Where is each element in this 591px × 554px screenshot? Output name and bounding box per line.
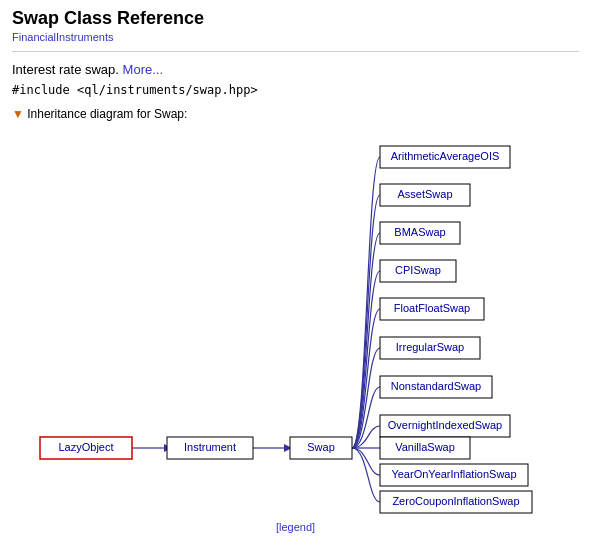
- node-nonstandardswap-label[interactable]: NonstandardSwap: [391, 380, 482, 392]
- inheritance-label-text: Inheritance diagram for Swap:: [27, 107, 187, 121]
- node-instrument-label[interactable]: Instrument: [184, 441, 236, 453]
- diagram-container: LazyObject Instrument Swap ArithmeticAve…: [12, 127, 579, 517]
- breadcrumb-link[interactable]: FinancialInstruments: [12, 31, 114, 43]
- description: Interest rate swap. More...: [12, 62, 579, 77]
- node-vanillaswap-label[interactable]: VanillaSwap: [395, 441, 455, 453]
- node-lazyobject-label[interactable]: LazyObject: [58, 441, 113, 453]
- node-bmaswap-label[interactable]: BMASwap: [394, 226, 445, 238]
- node-yearonyearinflationswap-label[interactable]: YearOnYearInflationSwap: [391, 468, 516, 480]
- node-irregularswap-label[interactable]: IrregularSwap: [396, 341, 464, 353]
- page-title: Swap Class Reference: [12, 8, 579, 29]
- collapse-arrow[interactable]: ▼: [12, 107, 24, 121]
- node-zerocouponinflationswap-label[interactable]: ZeroCouponInflationSwap: [392, 495, 519, 507]
- legend: [legend]: [12, 521, 579, 533]
- node-cpiswap-label[interactable]: CPISwap: [395, 264, 441, 276]
- node-arithmeticaverageois-label[interactable]: ArithmeticAverageOIS: [391, 150, 500, 162]
- legend-link[interactable]: [legend]: [276, 521, 315, 533]
- page-container: Swap Class Reference FinancialInstrument…: [0, 0, 591, 541]
- node-floatfloatswap-label[interactable]: FloatFloatSwap: [394, 302, 470, 314]
- inheritance-diagram: LazyObject Instrument Swap ArithmeticAve…: [12, 127, 579, 517]
- node-swap-label[interactable]: Swap: [307, 441, 335, 453]
- include-line: #include <ql/instruments/swap.hpp>: [12, 83, 579, 97]
- more-link[interactable]: More...: [123, 62, 163, 77]
- arrow-swap-zerocouponinflationswap: [352, 448, 380, 502]
- breadcrumb[interactable]: FinancialInstruments: [12, 31, 579, 43]
- node-assetswap-label[interactable]: AssetSwap: [397, 188, 452, 200]
- node-overnightindexedswap-label[interactable]: OvernightIndexedSwap: [388, 419, 502, 431]
- divider: [12, 51, 579, 52]
- description-text: Interest rate swap.: [12, 62, 119, 77]
- inheritance-label: ▼ Inheritance diagram for Swap:: [12, 107, 579, 121]
